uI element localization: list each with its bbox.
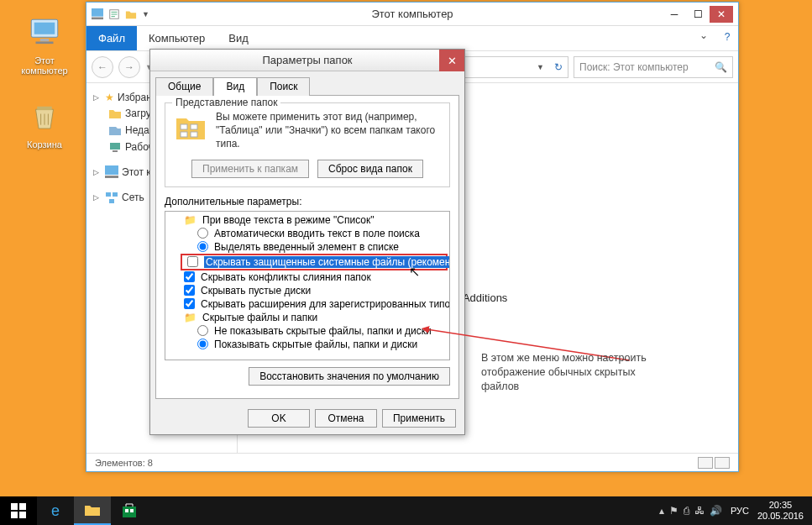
restore-defaults-button[interactable]: Восстановить значения по умолчанию	[249, 367, 450, 386]
ribbon-tabs: Файл Компьютер Вид ⌄ ?	[86, 26, 738, 51]
svg-rect-9	[110, 143, 120, 150]
folder-view-icon	[174, 110, 207, 144]
svg-rect-3	[36, 42, 54, 45]
svg-rect-1	[34, 23, 55, 34]
svg-rect-31	[123, 507, 136, 517]
tab-view[interactable]: Вид	[213, 77, 257, 96]
cancel-button[interactable]: Отмена	[315, 409, 377, 428]
svg-rect-29	[11, 512, 18, 518]
file-tab[interactable]: Файл	[86, 26, 137, 50]
desktop-icon-label: Корзина	[15, 139, 74, 150]
svg-rect-12	[105, 176, 118, 178]
search-placeholder: Поиск: Этот компьютер	[579, 61, 689, 73]
opt-hide-merge[interactable]: Скрывать конфликты слияния папок	[167, 270, 448, 284]
tray-up-icon[interactable]: ▴	[659, 505, 664, 517]
svg-rect-22	[181, 124, 187, 129]
windows-icon	[11, 503, 26, 518]
back-button[interactable]: ←	[92, 56, 113, 78]
apply-button[interactable]: Применить	[382, 409, 456, 428]
dialog-title: Параметры папок ✕	[150, 50, 464, 71]
tray-device-icon[interactable]: ⎙	[684, 505, 689, 517]
refresh-icon[interactable]: ↻	[554, 61, 563, 73]
advanced-label: Дополнительные параметры:	[165, 196, 450, 207]
svg-rect-14	[113, 192, 118, 197]
advanced-settings-list[interactable]: При вводе текста в режиме "Список" Автом…	[165, 211, 450, 360]
view-icons-button[interactable]	[715, 457, 730, 469]
svg-rect-4	[37, 107, 52, 110]
tray-volume-icon[interactable]: 🔊	[710, 505, 722, 517]
opt-hide-empty[interactable]: Скрывать пустые диски	[167, 284, 448, 297]
taskbar-store[interactable]	[111, 496, 148, 525]
tab-search[interactable]: Поиск	[257, 77, 310, 96]
tray-flag-icon[interactable]: ⚑	[669, 505, 678, 517]
svg-rect-28	[19, 503, 26, 510]
highlighted-option: Скрывать защищенные системные файлы (рек…	[181, 254, 448, 270]
svg-rect-6	[92, 17, 103, 19]
svg-rect-33	[130, 509, 134, 512]
apply-to-folders-button[interactable]: Применить к папкам	[191, 160, 309, 178]
svg-rect-27	[11, 503, 18, 510]
opt-dont-show-hidden[interactable]: Не показывать скрытые файлы, папки и дис…	[167, 324, 448, 338]
svg-rect-5	[92, 8, 103, 17]
store-icon	[121, 502, 138, 519]
view-details-button[interactable]	[698, 457, 713, 469]
help-icon[interactable]: ?	[716, 26, 738, 50]
ok-button[interactable]: OK	[248, 409, 310, 428]
svg-rect-15	[109, 199, 114, 203]
taskbar-explorer[interactable]	[74, 496, 111, 525]
system-tray[interactable]: ▴ ⚑ ⎙ 🖧 🔊	[659, 505, 722, 517]
close-button[interactable]: ✕	[710, 6, 733, 23]
status-text: Элементов: 8	[95, 458, 153, 468]
qat-dropdown-icon[interactable]: ▼	[142, 10, 149, 18]
svg-rect-32	[125, 509, 128, 512]
desktop-icon-label: Этот компьютер	[15, 55, 74, 76]
svg-rect-23	[191, 124, 197, 129]
desktop-icon-this-pc[interactable]: Этот компьютер	[15, 15, 74, 76]
dialog-close-button[interactable]: ✕	[439, 50, 464, 71]
computer-tab[interactable]: Компьютер	[137, 26, 217, 50]
taskbar-clock[interactable]: 20:35 20.05.2016	[757, 500, 804, 521]
annotation-text: В этом же меню можно настроить отображен…	[481, 351, 657, 394]
maximize-button[interactable]: ☐	[686, 6, 710, 23]
reset-folders-button[interactable]: Сброс вида папок	[317, 160, 423, 178]
opt-list-mode: При вводе текста в режиме "Список"	[167, 213, 448, 227]
trash-icon	[27, 99, 62, 134]
properties-icon[interactable]	[108, 8, 120, 20]
opt-select-typed[interactable]: Выделять введенный элемент в списке	[167, 240, 448, 254]
dialog-tabs: Общие Вид Поиск	[150, 71, 464, 95]
view-tab[interactable]: Вид	[217, 26, 260, 50]
tab-general[interactable]: Общие	[155, 77, 213, 96]
svg-rect-10	[113, 150, 118, 152]
forward-button[interactable]: →	[118, 56, 140, 78]
svg-rect-13	[106, 192, 111, 197]
start-button[interactable]	[0, 496, 37, 525]
tray-network-icon[interactable]: 🖧	[694, 505, 705, 517]
pc-icon	[27, 15, 62, 50]
addr-dropdown-icon[interactable]: ▼	[537, 63, 544, 71]
opt-hide-protected[interactable]: Скрывать защищенные системные файлы (рек…	[184, 255, 444, 269]
quick-access-toolbar: ▼ Этот компьютер ─ ☐ ✕	[86, 3, 738, 26]
ribbon-expand-icon[interactable]: ⌄	[691, 26, 716, 50]
folder-options-dialog: Параметры папок ✕ Общие Вид Поиск Предст…	[149, 49, 465, 435]
window-title: Этот компьютер	[86, 8, 738, 20]
search-icon: 🔍	[715, 61, 727, 73]
svg-rect-11	[105, 165, 118, 175]
svg-rect-24	[181, 132, 187, 137]
svg-rect-25	[191, 132, 197, 137]
folder-views-group: Представление папок Вы можете применить …	[165, 102, 450, 187]
new-folder-icon[interactable]	[125, 8, 137, 20]
opt-show-hidden[interactable]: Показывать скрытые файлы, папки и диски	[167, 338, 448, 351]
app-icon	[92, 8, 103, 20]
minimize-button[interactable]: ─	[663, 6, 686, 23]
search-input[interactable]: Поиск: Этот компьютер 🔍	[574, 56, 733, 78]
taskbar: e ▴ ⚑ ⎙ 🖧 🔊 РУС 20:35 20.05.2016	[0, 496, 812, 525]
desktop-icon-recycle[interactable]: Корзина	[15, 99, 74, 150]
taskbar-ie[interactable]: e	[37, 496, 74, 525]
language-indicator[interactable]: РУС	[731, 506, 749, 516]
svg-rect-2	[40, 39, 50, 42]
opt-hide-ext[interactable]: Скрывать расширения для зарегистрированн…	[167, 297, 448, 311]
svg-rect-30	[19, 512, 26, 518]
opt-auto-type[interactable]: Автоматически вводить текст в поле поиск…	[167, 227, 448, 240]
status-bar: Элементов: 8	[86, 453, 738, 471]
opt-hidden-group: Скрытые файлы и папки	[167, 311, 448, 324]
